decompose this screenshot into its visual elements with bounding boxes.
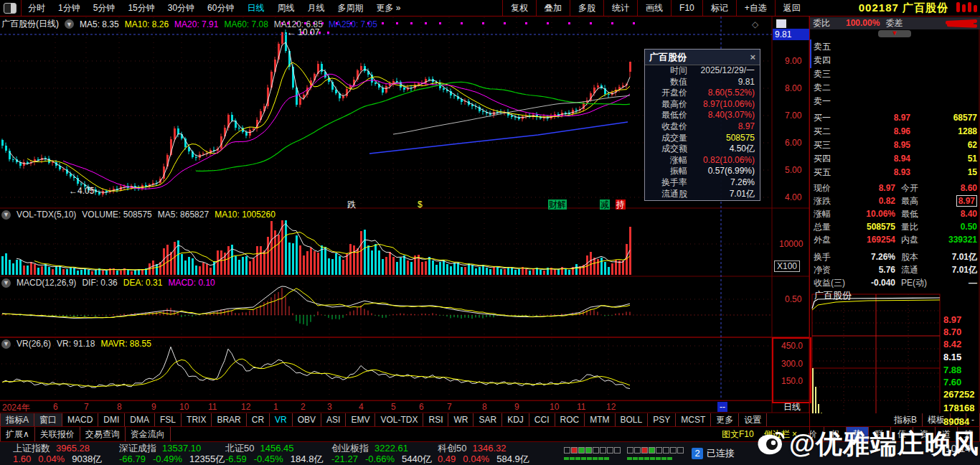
indicator-tab-emv[interactable]: EMV <box>346 413 375 426</box>
panel-tab-0[interactable]: 指标A <box>0 413 34 426</box>
collapse-chevron-icon[interactable]: ▼ <box>1 278 11 288</box>
tool-button-3[interactable]: 统计 <box>603 0 637 16</box>
indicator-tab-sar[interactable]: SAR <box>473 413 502 426</box>
diamond-icon[interactable]: ◇ <box>752 19 758 29</box>
indicator-tab-obv[interactable]: OBV <box>293 413 321 426</box>
tool-button-8[interactable]: 返回 <box>775 0 809 16</box>
indicator-tab-mcst[interactable]: MCST <box>676 413 711 426</box>
window-icon[interactable] <box>4 3 17 14</box>
extension-tab-0[interactable]: 扩展∧ <box>0 427 35 441</box>
stock-code: 002187 <box>859 1 899 14</box>
collapse-order-book-button[interactable]: ▼ <box>878 30 911 37</box>
period-tab-4[interactable]: 30分钟 <box>161 2 201 14</box>
quote-key: 现价 <box>814 182 838 194</box>
event-marker-4[interactable]: 持 <box>616 199 626 210</box>
bottom-right-label-0[interactable]: 图文F10 <box>717 427 759 441</box>
mini-price-label: 8.70 <box>943 327 979 337</box>
indicator-tab-cr[interactable]: CR <box>247 413 270 426</box>
event-marker-0[interactable]: 跌 <box>347 199 357 210</box>
indicator-tab-brar[interactable]: BRAR <box>212 413 246 426</box>
buy-row-3[interactable]: 买三8.9562 <box>810 138 980 152</box>
sell-row-3[interactable]: 卖三 <box>810 67 980 81</box>
index-4[interactable]: 科创501346.320.490.04%584.9亿 <box>438 443 544 464</box>
date-axis[interactable]: 2024年 -- 6789101112123456789101112 <box>0 400 772 414</box>
main-chart-header: 广百股份(日线) ▼ MA5: 8.35MA10: 8.26MA20: 7.91… <box>1 18 383 30</box>
indicator-tab-macd[interactable]: MACD <box>62 413 98 426</box>
period-tab-10[interactable]: 更多 » <box>369 2 407 14</box>
period-tab-8[interactable]: 月线 <box>301 2 331 14</box>
tool-button-1[interactable]: 叠加 <box>536 0 570 16</box>
index-value: 13537.10 <box>162 443 201 454</box>
indicator-tab-boll[interactable]: BOLL <box>616 413 649 426</box>
popup-value: 7.26% <box>687 177 755 189</box>
indicator-tab-cci[interactable]: CCI <box>529 413 555 426</box>
indicator-tab-dma[interactable]: DMA <box>125 413 155 426</box>
indicator-tab-roc[interactable]: ROC <box>555 413 585 426</box>
mini-vol-label: 267252 <box>943 389 979 400</box>
extension-tab-1[interactable]: 关联报价 <box>35 427 80 441</box>
period-tab-6[interactable]: 日线 <box>240 2 270 14</box>
event-marker-2[interactable]: 财解 <box>548 199 567 210</box>
sell-row-5[interactable]: 卖一 <box>810 95 980 108</box>
quote-key: 总量 <box>814 220 838 233</box>
tool-button-5[interactable]: F10 <box>671 0 702 16</box>
collapse-chevron-icon[interactable]: ▼ <box>1 339 11 349</box>
event-marker-1[interactable]: $ <box>417 199 423 210</box>
period-button[interactable]: 日线 <box>776 401 808 412</box>
indicator-tab-rsi[interactable]: RSI <box>423 413 448 426</box>
index-2[interactable]: 北证501456.45-6.59-0.45%184.8亿 <box>225 443 331 464</box>
buy-row-5[interactable]: 买五8.9315 <box>810 166 980 179</box>
tool-button-2[interactable]: 多股 <box>570 0 603 16</box>
period-tab-1[interactable]: 1分钟 <box>52 2 87 14</box>
indicator-tab-mtm[interactable]: MTM <box>585 413 615 426</box>
indicator-tab-kdj[interactable]: KDJ <box>502 413 529 426</box>
tool-button-7[interactable]: +自选 <box>736 0 775 16</box>
period-tab-7[interactable]: 周线 <box>270 2 301 14</box>
period-tab-2[interactable]: 5分钟 <box>87 2 122 14</box>
popup-title-bar[interactable]: 广百股份 × <box>645 50 760 65</box>
indicator-tab-vr[interactable]: VR <box>270 413 293 426</box>
panel-tab-1[interactable]: 窗口 <box>34 413 62 426</box>
tool-button-0[interactable]: 复权 <box>502 0 536 16</box>
buy-row-1[interactable]: 买一8.9768577 <box>810 111 980 125</box>
sell-row-1[interactable]: 卖五 <box>810 40 980 54</box>
collapse-chevron-icon[interactable]: ▼ <box>65 19 74 29</box>
restore-window-icon[interactable] <box>776 19 786 28</box>
indicator-tab-fsl[interactable]: FSL <box>155 413 182 426</box>
period-tab-0[interactable]: 分时 <box>22 2 52 14</box>
sell-row-2[interactable]: 卖四 <box>810 54 980 67</box>
extension-tab-3[interactable]: 资金流向 <box>126 427 171 441</box>
quote-row: 换手7.26%股本7.01亿 <box>810 250 980 263</box>
date-cursor-label: -- <box>717 402 727 412</box>
indicator-tab-trix[interactable]: TRIX <box>182 413 212 426</box>
event-marker-3[interactable]: 减 <box>600 199 610 210</box>
indicator-tab-设置[interactable]: 设置 <box>739 413 767 426</box>
buy-row-2[interactable]: 买二8.961288 <box>810 125 980 138</box>
connection-count-badge[interactable]: 2 <box>692 448 703 459</box>
vr_header-item-0: VR(26,6) <box>17 339 51 349</box>
indicator-tab-asi[interactable]: ASI <box>321 413 346 426</box>
period-tab-3[interactable]: 15分钟 <box>121 2 161 14</box>
close-icon[interactable]: × <box>750 50 755 65</box>
index-1[interactable]: 深证成指13537.10-66.79-0.49%12355亿 <box>119 443 225 464</box>
index-0[interactable]: 上证指数3965.281.600.04%9038亿 <box>13 443 119 464</box>
indicator-tab-dmi[interactable]: DMI <box>98 413 125 426</box>
indicator-tab-wr[interactable]: WR <box>448 413 473 426</box>
indicator-tab-vol-tdx[interactable]: VOL-TDX <box>375 413 423 426</box>
quote-value: 7.26% <box>838 250 895 263</box>
buy-row-4[interactable]: 买四8.9451 <box>810 152 980 166</box>
popup-key: 成交额 <box>650 144 687 155</box>
sell-row-4[interactable]: 卖二 <box>810 81 980 95</box>
indicator-tab-psy[interactable]: PSY <box>648 413 676 426</box>
sell-label: 卖二 <box>814 81 842 95</box>
index-change: 1.60 <box>13 454 31 464</box>
period-tab-9[interactable]: 多周期 <box>331 2 369 14</box>
tool-button-4[interactable]: 画线 <box>637 0 671 16</box>
indicator-tab-更多[interactable]: 更多 <box>711 413 739 426</box>
index-3[interactable]: 创业板指3222.61-21.27-0.66%5440亿 <box>331 443 438 464</box>
extension-tab-2[interactable]: 交易查询 <box>80 427 126 441</box>
period-tab-5[interactable]: 60分钟 <box>201 2 240 14</box>
collapse-chevron-icon[interactable]: ▼ <box>1 210 11 220</box>
vr_header-item-2: MAVR: 88.55 <box>100 339 151 349</box>
tool-button-6[interactable]: 标记 <box>702 0 736 16</box>
